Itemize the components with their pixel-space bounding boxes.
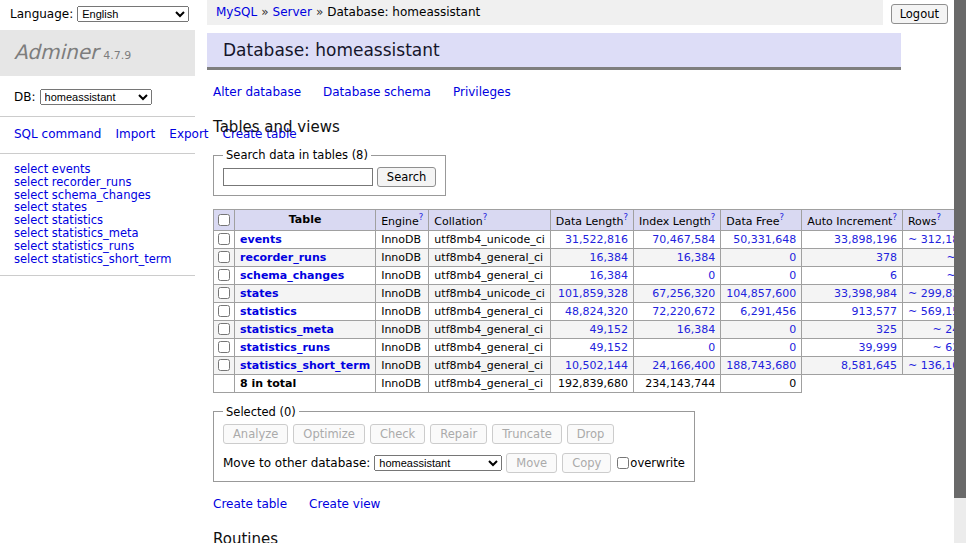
auto-increment-cell: 913,577: [802, 302, 903, 320]
row-select-cell: [214, 356, 235, 374]
index-length-cell: 72,220,672: [634, 302, 721, 320]
col-rows-label: Rows: [908, 215, 937, 228]
db-select[interactable]: homeassistant: [40, 89, 152, 105]
data-length-cell: 16,384: [550, 248, 633, 266]
table-name-link[interactable]: statistics: [240, 305, 297, 318]
move-db-select[interactable]: homeassistant: [374, 455, 502, 471]
table-name-link[interactable]: statistics_runs: [240, 341, 330, 354]
help-icon[interactable]: ?: [483, 212, 488, 222]
tables-table: Table Engine? Collation? Data Length? In…: [213, 209, 966, 393]
drop-button[interactable]: Drop: [567, 424, 615, 444]
row-select-checkbox[interactable]: [218, 323, 230, 335]
selected-fieldset: Selected (0) AnalyzeOptimizeCheckRepairT…: [213, 405, 695, 482]
sidebar-item-select-recorder-runs[interactable]: select recorder_runs: [14, 176, 181, 189]
tables-body: eventsInnoDButf8mb4_unicode_ci31,522,816…: [214, 230, 966, 374]
scrollbar-thumb[interactable]: [954, 0, 966, 498]
breadcrumb-link-server[interactable]: Server: [273, 5, 312, 19]
table-name-link[interactable]: events: [240, 233, 282, 246]
table-row: statistics_metaInnoDButf8mb4_general_ci4…: [214, 320, 966, 338]
breadcrumb-link-mysql[interactable]: MySQL: [216, 5, 257, 19]
help-icon[interactable]: ?: [419, 212, 424, 222]
sidebar-link-import[interactable]: Import: [115, 127, 155, 141]
data-free-cell: 0: [721, 248, 802, 266]
engine-cell: InnoDB: [376, 320, 429, 338]
repair-button[interactable]: Repair: [430, 424, 487, 444]
create-links: Create tableCreate view: [213, 497, 901, 511]
table-name-cell: schema_changes: [235, 266, 376, 284]
help-icon[interactable]: ?: [624, 212, 629, 222]
create-table-link[interactable]: Create table: [213, 497, 287, 511]
search-input[interactable]: [223, 168, 373, 186]
table-name-cell: statistics_meta: [235, 320, 376, 338]
create-view-link[interactable]: Create view: [309, 497, 380, 511]
sidebar-table-list: select events select recorder_runs selec…: [0, 154, 195, 275]
data-free-cell: 188,743,680: [721, 356, 802, 374]
table-row: statistics_short_termInnoDButf8mb4_gener…: [214, 356, 966, 374]
sidebar-link-export[interactable]: Export: [169, 127, 208, 141]
search-fieldset: Search data in tables (8) Search: [213, 148, 446, 196]
table-name-link[interactable]: statistics_meta: [240, 323, 334, 336]
help-icon[interactable]: ?: [892, 212, 897, 222]
sidebar-item-select-statistics-short-term[interactable]: select statistics_short_term: [14, 253, 181, 266]
sidebar-item-select-events[interactable]: select events: [14, 163, 181, 176]
copy-button[interactable]: Copy: [562, 453, 611, 473]
search-button[interactable]: Search: [377, 167, 437, 187]
overwrite-checkbox[interactable]: [617, 457, 629, 469]
row-select-checkbox[interactable]: [218, 233, 230, 245]
table-name-link[interactable]: recorder_runs: [240, 251, 326, 264]
row-select-cell: [214, 248, 235, 266]
database-schema-link[interactable]: Database schema: [323, 85, 431, 99]
truncate-button[interactable]: Truncate: [492, 424, 562, 444]
data-free-cell: 6,291,456: [721, 302, 802, 320]
col-collation-label: Collation: [434, 215, 482, 228]
table-name-link[interactable]: states: [240, 287, 279, 300]
data-length-cell: 101,859,328: [550, 284, 633, 302]
total-collation-cell: utf8mb4_general_ci: [429, 374, 550, 392]
optimize-button[interactable]: Optimize: [293, 424, 365, 444]
table-row: statisticsInnoDButf8mb4_general_ci48,824…: [214, 302, 966, 320]
sidebar-link-sql-command[interactable]: SQL command: [14, 127, 101, 141]
privileges-link[interactable]: Privileges: [453, 85, 511, 99]
row-select-checkbox[interactable]: [218, 251, 230, 263]
row-select-checkbox[interactable]: [218, 287, 230, 299]
selected-buttons: AnalyzeOptimizeCheckRepairTruncateDrop: [223, 424, 685, 444]
language-select[interactable]: English: [77, 6, 189, 22]
breadcrumb-separator: »: [261, 5, 268, 19]
index-length-cell: 16,384: [634, 320, 721, 338]
move-button[interactable]: Move: [506, 453, 557, 473]
total-data-free-cell: 0: [721, 374, 802, 392]
total-engine-cell: InnoDB: [376, 374, 429, 392]
db-selector-row: DB:homeassistant: [0, 76, 195, 116]
row-select-checkbox[interactable]: [218, 305, 230, 317]
collation-cell: utf8mb4_unicode_ci: [429, 230, 550, 248]
main-content: Database: homeassistant Alter databaseDa…: [207, 33, 901, 543]
sidebar: Language:English Adminer4.7.9 DB:homeass…: [0, 0, 195, 543]
check-button[interactable]: Check: [370, 424, 425, 444]
engine-cell: InnoDB: [376, 230, 429, 248]
col-data-length-label: Data Length: [556, 215, 624, 228]
help-icon[interactable]: ?: [711, 212, 716, 222]
total-name-cell: 8 in total: [235, 374, 376, 392]
help-icon[interactable]: ?: [779, 212, 784, 222]
select-all-checkbox[interactable]: [218, 214, 230, 226]
sidebar-item-select-statistics-meta[interactable]: select statistics_meta: [14, 227, 181, 240]
row-select-checkbox[interactable]: [218, 341, 230, 353]
row-select-checkbox[interactable]: [218, 359, 230, 371]
analyze-button[interactable]: Analyze: [223, 424, 288, 444]
row-select-cell: [214, 230, 235, 248]
index-length-cell: 70,467,584: [634, 230, 721, 248]
col-engine-label: Engine: [381, 215, 419, 228]
row-select-checkbox[interactable]: [218, 269, 230, 281]
help-icon[interactable]: ?: [937, 212, 942, 222]
divider: [0, 275, 195, 276]
table-name-link[interactable]: schema_changes: [240, 269, 344, 282]
data-length-cell: 49,152: [550, 338, 633, 356]
table-name-link[interactable]: statistics_short_term: [240, 359, 370, 372]
select-all-cell: [214, 210, 235, 231]
row-select-cell: [214, 338, 235, 356]
sidebar-item-select-statistics-runs[interactable]: select statistics_runs: [14, 240, 181, 253]
logout-button[interactable]: Logout: [891, 4, 948, 24]
brand-band: Adminer4.7.9: [0, 30, 195, 76]
vertical-scrollbar[interactable]: [954, 0, 966, 543]
alter-database-link[interactable]: Alter database: [213, 85, 301, 99]
